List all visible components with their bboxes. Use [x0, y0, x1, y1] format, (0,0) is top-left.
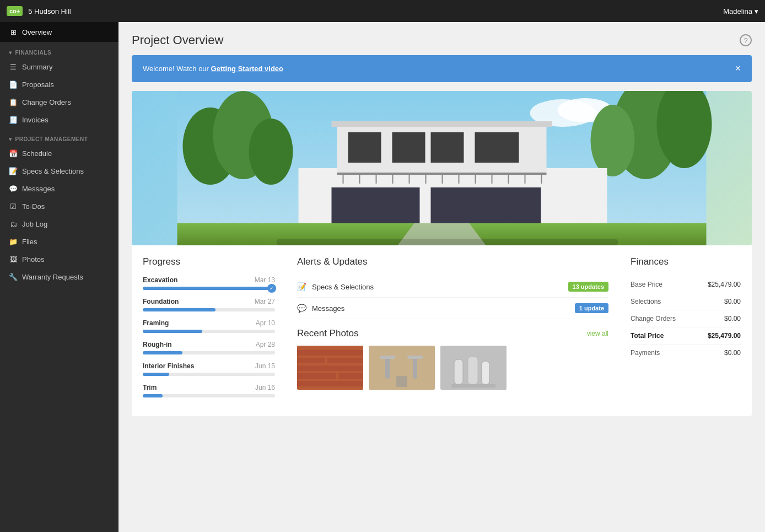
sidebar-item-proposals[interactable]: 📄 Proposals	[0, 76, 118, 93]
specs-alert-icon: 📝	[297, 282, 306, 291]
progress-item: Foundation Mar 27	[143, 298, 275, 311]
progress-bar	[143, 308, 275, 311]
recent-photos-section: Recent Photos view all	[297, 328, 608, 390]
svg-rect-36	[297, 350, 363, 356]
sidebar-item-warranty-requests[interactable]: 🔧 Warranty Requests	[0, 268, 118, 286]
sidebar-item-label: Photos	[22, 255, 44, 264]
user-name: Madelina	[723, 7, 752, 15]
complete-checkmark: ✓	[267, 284, 276, 293]
svg-rect-44	[385, 357, 390, 379]
svg-rect-41	[338, 373, 363, 379]
sidebar-item-overview[interactable]: ⊞ Overview	[0, 22, 118, 42]
sidebar-item-label: Change Orders	[22, 98, 71, 106]
svg-rect-15	[475, 132, 519, 163]
sidebar-item-invoices[interactable]: 🧾 Invoices	[0, 111, 118, 128]
finance-row: Change Orders $0.00	[631, 310, 741, 327]
photos-header: Recent Photos view all	[297, 328, 608, 339]
svg-rect-21	[409, 173, 410, 184]
progress-title: Progress	[143, 256, 275, 267]
sidebar-item-label: Summary	[22, 63, 53, 71]
page-title: Project Overview	[132, 33, 223, 47]
chevron-down-icon: ▾	[9, 136, 12, 142]
progress-item-name: Excavation	[143, 276, 177, 284]
photo-thumbnail[interactable]	[297, 346, 363, 390]
progress-item-date: Jun 16	[255, 384, 275, 391]
progress-item-name: Foundation	[143, 298, 179, 305]
finance-label: Change Orders	[631, 315, 676, 323]
banner-text: Welcome! Watch our Getting Started video	[143, 65, 283, 73]
messages-alert-icon: 💬	[297, 304, 306, 313]
finance-row: Base Price $25,479.00	[631, 276, 741, 293]
house-image	[132, 91, 752, 245]
finance-value: $0.00	[724, 315, 741, 323]
getting-started-link[interactable]: Getting Started video	[211, 65, 283, 73]
alert-label: Messages	[312, 304, 344, 313]
svg-rect-28	[525, 173, 526, 184]
sidebar-item-change-orders[interactable]: 📋 Change Orders	[0, 93, 118, 111]
svg-rect-53	[451, 384, 495, 388]
svg-rect-50	[454, 359, 463, 384]
sidebar-item-label: Messages	[22, 185, 55, 193]
photo-thumbnail[interactable]	[440, 346, 507, 390]
topbar: co+ 5 Hudson Hill Madelina	[0, 0, 765, 22]
summary-icon: ☰	[9, 62, 18, 71]
files-icon: 📁	[9, 237, 18, 246]
alert-badge: 1 update	[575, 303, 608, 313]
svg-rect-23	[442, 173, 443, 184]
photo-thumbnail[interactable]	[369, 346, 435, 390]
svg-rect-14	[431, 132, 464, 163]
finance-label: Payments	[631, 349, 660, 357]
svg-rect-19	[376, 173, 377, 184]
finance-row: Payments $0.00	[631, 345, 741, 361]
sidebar-item-files[interactable]: 📁 Files	[0, 233, 118, 250]
svg-rect-26	[492, 173, 493, 184]
sidebar-item-photos[interactable]: 🖼 Photos	[0, 250, 118, 268]
svg-rect-20	[392, 173, 394, 184]
progress-bar	[143, 373, 275, 376]
help-icon[interactable]: ?	[740, 34, 752, 46]
sidebar-item-specs-selections[interactable]: 📝 Specs & Selections	[0, 162, 118, 180]
sidebar-item-summary[interactable]: ☰ Summary	[0, 58, 118, 76]
svg-rect-38	[327, 358, 363, 363]
finance-row-total: Total Price $25,479.00	[631, 327, 741, 345]
sidebar-item-label: To-Dos	[22, 202, 45, 211]
sidebar-item-job-log[interactable]: 🗂 Job Log	[0, 215, 118, 233]
banner-close-button[interactable]: ×	[735, 63, 741, 74]
svg-rect-46	[413, 357, 417, 379]
sidebar-item-label: Specs & Selections	[22, 167, 84, 175]
content-area: Project Overview ? Welcome! Watch our Ge…	[118, 22, 765, 532]
proposals-icon: 📄	[9, 80, 18, 89]
svg-point-5	[249, 119, 293, 185]
svg-rect-25	[475, 173, 476, 184]
specs-icon: 📝	[9, 166, 18, 175]
alerts-card: Alerts & Updates 📝 Specs & Selections 13…	[286, 245, 619, 416]
app-logo: co+	[7, 6, 23, 16]
user-menu[interactable]: Madelina	[723, 7, 758, 15]
invoices-icon: 🧾	[9, 115, 18, 124]
svg-rect-51	[468, 357, 478, 384]
progress-item: Excavation Mar 13 ✓	[143, 276, 275, 290]
sidebar-item-schedule[interactable]: 📅 Schedule	[0, 144, 118, 162]
sidebar-item-to-dos[interactable]: ☑ To-Dos	[0, 197, 118, 215]
finance-value: $25,479.00	[708, 332, 741, 340]
main-layout: ⊞ Overview ▾ FINANCIALS ☰ Summary 📄 Prop…	[0, 22, 765, 532]
sidebar-item-messages[interactable]: 💬 Messages	[0, 180, 118, 197]
progress-item: Framing Apr 10	[143, 319, 275, 333]
sidebar-section-financials: ▾ FINANCIALS	[0, 42, 118, 58]
house-svg	[132, 91, 752, 245]
svg-rect-37	[297, 358, 325, 363]
view-all-link[interactable]: view all	[587, 330, 608, 337]
project-name: 5 Hudson Hill	[28, 7, 71, 15]
svg-rect-40	[297, 373, 336, 379]
svg-rect-18	[359, 173, 360, 184]
progress-item: Interior Finishes Jun 15	[143, 362, 275, 376]
sidebar-item-label: Files	[22, 238, 37, 246]
finance-value: $0.00	[724, 298, 741, 305]
change-orders-icon: 📋	[9, 98, 18, 106]
photos-icon: 🖼	[9, 255, 18, 264]
sidebar: ⊞ Overview ▾ FINANCIALS ☰ Summary 📄 Prop…	[0, 22, 118, 532]
alert-row: 💬 Messages 1 update	[297, 298, 608, 319]
joblog-icon: 🗂	[9, 219, 18, 228]
svg-rect-17	[343, 173, 344, 184]
svg-rect-22	[425, 173, 427, 184]
